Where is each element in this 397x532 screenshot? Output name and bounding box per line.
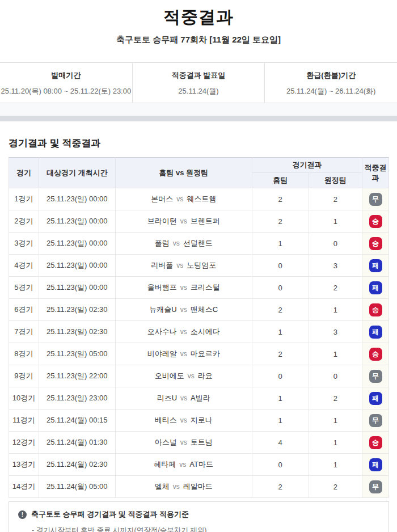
col-header-time: 대상경기 개최시간 xyxy=(39,158,115,188)
vs-label: vs xyxy=(180,217,187,225)
hit-result-cell: 무 xyxy=(362,365,389,387)
match-time-cell: 25.11.24(월) 02:30 xyxy=(39,454,115,476)
match-teams-cell: 리버풀vs노팅엄포 xyxy=(115,255,252,277)
away-team-name: 지로나 xyxy=(191,416,213,424)
result-badge-draw: 무 xyxy=(369,480,382,493)
match-teams-cell: 아스널vs토트넘 xyxy=(115,432,252,454)
sale-period-value: 25.11.20(목) 08:00 ~ 25.11.22(토) 23:00 xyxy=(0,86,132,96)
sale-period-label: 발매기간 xyxy=(0,70,132,81)
home-score-cell: 0 xyxy=(252,365,309,387)
table-row: 13경기25.11.24(월) 02:30헤타페vsAT마드01패 xyxy=(9,454,389,476)
notice-title: 축구토토 승무패 경기결과 및 적중결과 적용기준 xyxy=(31,509,189,520)
page-title: 적중결과 xyxy=(0,7,397,27)
table-row: 5경기25.11.23(일) 00:00울버햄프vs크리스털02패 xyxy=(9,277,389,299)
vs-label: vs xyxy=(180,394,187,402)
hit-result-cell: 패 xyxy=(362,321,389,343)
home-score-cell: 2 xyxy=(252,299,309,321)
home-score-cell: 2 xyxy=(252,343,309,365)
match-number-cell: 2경기 xyxy=(9,210,39,233)
home-score-cell: 1 xyxy=(252,409,309,432)
away-score-cell: 1 xyxy=(309,409,362,432)
result-badge-lose: 패 xyxy=(369,326,382,339)
match-number-cell: 9경기 xyxy=(9,365,39,387)
table-row: 1경기25.11.23(일) 00:00본머스vs웨스트햄22무 xyxy=(9,188,389,210)
hit-result-cell: 패 xyxy=(362,454,389,476)
away-team-name: 크리스털 xyxy=(191,283,220,292)
match-time-cell: 25.11.23(일) 02:30 xyxy=(39,321,115,343)
away-score-cell: 2 xyxy=(309,188,362,210)
away-team-name: 토트넘 xyxy=(191,438,213,446)
col-header-match: 홈팀 vs 원정팀 xyxy=(115,158,252,188)
table-row: 4경기25.11.23(일) 00:00리버풀vs노팅엄포03패 xyxy=(9,255,389,277)
away-score-cell: 1 xyxy=(309,210,362,233)
hit-result-cell: 승 xyxy=(362,432,389,454)
result-badge-lose: 패 xyxy=(369,259,382,272)
vs-label: vs xyxy=(180,306,187,314)
away-score-cell: 1 xyxy=(309,454,362,476)
match-teams-cell: 브라이턴vs브렌트퍼 xyxy=(115,210,252,233)
notice-item: - 경기시작부터 후반 종료 시까지(연장전/승부차기 제외) xyxy=(32,526,379,532)
divider-band xyxy=(0,116,397,121)
result-badge-draw: 무 xyxy=(369,193,382,206)
table-row: 11경기25.11.24(월) 00:15베티스vs지로나11무 xyxy=(9,409,389,432)
away-team-name: 마요르카 xyxy=(191,349,220,358)
notice-box: ! 축구토토 승무패 경기결과 및 적중결과 적용기준 - 경기시작부터 후반 … xyxy=(9,501,389,532)
home-score-cell: 0 xyxy=(252,277,309,299)
table-row: 6경기25.11.23(일) 02:30뉴캐슬Uvs맨체스C21승 xyxy=(9,299,389,321)
section-title: 경기결과 및 적중결과 xyxy=(9,137,389,150)
match-teams-cell: 엘체vs레알마드 xyxy=(115,476,252,498)
result-badge-draw: 무 xyxy=(369,370,382,383)
home-score-cell: 4 xyxy=(252,432,309,454)
table-row: 9경기25.11.23(일) 22:00오비에도vs라요00무 xyxy=(9,365,389,387)
home-team-name: 베티스 xyxy=(155,416,177,424)
table-row: 10경기25.11.23(일) 23:00리즈UvsA빌라12패 xyxy=(9,387,389,409)
home-team-name: 엘체 xyxy=(155,482,170,491)
table-row: 3경기25.11.23(일) 00:00풀럼vs선덜랜드10승 xyxy=(9,233,389,255)
match-time-cell: 25.11.23(일) 00:00 xyxy=(39,188,115,210)
hit-result-cell: 승 xyxy=(362,233,389,255)
match-teams-cell: 리즈UvsA빌라 xyxy=(115,387,252,409)
home-team-name: 뉴캐슬U xyxy=(149,305,176,314)
col-header-home: 홈팀 xyxy=(252,173,309,188)
match-teams-cell: 본머스vs웨스트햄 xyxy=(115,188,252,210)
vs-label: vs xyxy=(173,483,180,491)
hit-result-cell: 승 xyxy=(362,210,389,233)
result-badge-win: 승 xyxy=(369,348,382,361)
away-team-name: 웨스트햄 xyxy=(187,195,216,203)
col-header-game-result: 경기결과 xyxy=(252,158,362,173)
match-teams-cell: 오비에도vs라요 xyxy=(115,365,252,387)
home-team-name: 오비에도 xyxy=(155,371,184,380)
refund-period-value: 25.11.24(월) ~ 26.11.24(화) xyxy=(265,86,397,96)
match-time-cell: 25.11.23(일) 00:00 xyxy=(39,255,115,277)
round-info-bar: 발매기간 25.11.20(목) 08:00 ~ 25.11.22(토) 23:… xyxy=(0,62,397,103)
away-team-name: AT마드 xyxy=(189,460,213,468)
home-team-name: 울버햄프 xyxy=(147,283,177,292)
away-score-cell: 3 xyxy=(309,255,362,277)
away-score-cell: 0 xyxy=(309,365,362,387)
match-teams-cell: 오사수나vs소시에다 xyxy=(115,321,252,343)
result-badge-win: 승 xyxy=(369,303,382,316)
announce-date: 적중결과 발표일 25.11.24(월) xyxy=(132,63,265,103)
match-number-cell: 12경기 xyxy=(9,432,39,454)
hit-result-cell: 무 xyxy=(362,188,389,210)
away-score-cell: 2 xyxy=(309,277,362,299)
home-score-cell: 1 xyxy=(252,233,309,255)
hit-result-cell: 무 xyxy=(362,476,389,498)
vs-label: vs xyxy=(179,461,186,468)
col-header-hit-result: 적중결과 xyxy=(362,158,389,188)
match-number-cell: 1경기 xyxy=(9,188,39,210)
match-teams-cell: 울버햄프vs크리스털 xyxy=(115,277,252,299)
announce-date-value: 25.11.24(월) xyxy=(133,86,265,96)
match-teams-cell: 헤타페vsAT마드 xyxy=(115,454,252,476)
match-time-cell: 25.11.23(일) 00:00 xyxy=(39,233,115,255)
home-score-cell: 2 xyxy=(252,188,309,210)
vs-label: vs xyxy=(188,372,195,380)
home-team-name: 리버풀 xyxy=(151,261,173,269)
result-badge-lose: 패 xyxy=(369,392,382,405)
vs-label: vs xyxy=(180,416,187,424)
match-time-cell: 25.11.23(일) 00:00 xyxy=(39,277,115,299)
info-icon: ! xyxy=(18,510,27,519)
result-badge-win: 승 xyxy=(369,237,382,250)
match-number-cell: 10경기 xyxy=(9,387,39,409)
home-team-name: 리즈U xyxy=(157,394,177,402)
